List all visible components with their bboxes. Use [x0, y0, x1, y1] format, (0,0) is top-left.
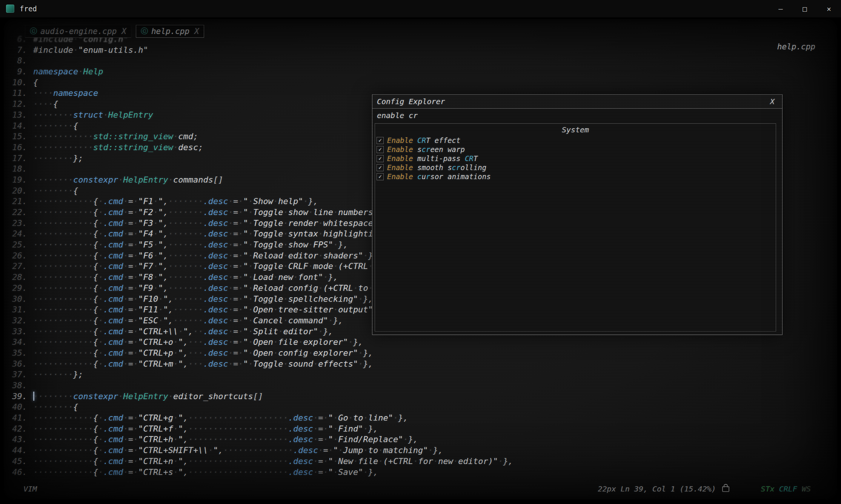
config-explorer-close-button[interactable]: X	[767, 97, 778, 106]
code-line[interactable]: 44.············{·.cmd·=·"CTRL+SHIFT+\\·"…	[6, 445, 513, 456]
checkbox-checked-icon[interactable]: ✓	[377, 155, 384, 162]
editor-tab-help-cpp[interactable]: ⓒhelp.cppX	[136, 25, 204, 38]
config-search-input[interactable]: enable cr	[372, 109, 782, 122]
config-option-row[interactable]: ✓Enable multi-pass CRT	[375, 154, 776, 163]
code-line[interactable]: 42.············{·.cmd·=·"CTRL+f·",······…	[6, 424, 513, 435]
code-text: ············{·.cmd·=·"F3·",·······.desc·…	[33, 218, 393, 229]
maximize-button[interactable]: □	[793, 0, 817, 17]
line-number: 13.	[6, 110, 33, 121]
code-text: ············{·.cmd·=·"CTRL+o·",···.desc·…	[33, 337, 363, 348]
code-text: ············{·.cmd·=·"CTRL+\\·",··.desc·…	[33, 326, 333, 337]
code-text: ············{·.cmd·=·"CTRL+SHIFT+\\·",··…	[33, 445, 443, 456]
code-line[interactable]: 7.#include·"enum-utils.h"	[6, 45, 513, 56]
line-number: 15.	[6, 131, 33, 142]
code-line[interactable]: 10.{	[6, 77, 513, 88]
code-text: ············{·.cmd·=·"CTRL+m·",···.desc·…	[33, 359, 373, 370]
code-text: ············{·.cmd·=·"F1·",·······.desc·…	[33, 196, 318, 207]
filename-indicator: help.cpp	[777, 42, 815, 51]
window-titlebar[interactable]: fred — □ ✕	[0, 0, 841, 18]
editor-tab-audio-engine-cpp[interactable]: ⓒaudio-engine.cppX	[25, 25, 131, 38]
line-number: 25.	[6, 240, 33, 250]
config-option-label: Enable CRT effect	[387, 136, 460, 144]
line-number: 11.	[6, 88, 33, 99]
line-number: 35.	[6, 348, 33, 359]
line-number: 22.	[6, 207, 33, 218]
code-text: ············{·.cmd·=·"F11·",······.desc·…	[33, 304, 388, 315]
code-text: ········};	[33, 369, 83, 380]
line-number: 24.	[6, 229, 33, 240]
code-text: ············{·.cmd·=·"F10·",······.desc·…	[33, 294, 373, 305]
line-number: 42.	[6, 424, 33, 435]
config-option-row[interactable]: ✓Enable CRT effect	[375, 136, 776, 145]
code-line[interactable]: 43.············{·.cmd·=·"CTRL+h·",······…	[6, 434, 513, 445]
minimize-button[interactable]: —	[769, 0, 793, 17]
config-option-row[interactable]: ✓Enable screen warp	[375, 145, 776, 154]
code-text: ············{·.cmd·=·"CTRL+f·",·········…	[33, 424, 378, 435]
tab-bar: ⓒaudio-engine.cppXⓒhelp.cppX	[25, 25, 204, 38]
checkbox-checked-icon[interactable]: ✓	[377, 137, 384, 144]
code-line[interactable]: 46.············{·.cmd·=·"CTRL+s·",······…	[6, 467, 513, 478]
code-line[interactable]: 38.	[6, 380, 513, 391]
code-text: ········};	[33, 153, 83, 164]
tab-close-icon[interactable]: X	[121, 27, 126, 36]
code-text: ········{	[33, 186, 78, 197]
code-line[interactable]: 40.········{	[6, 402, 513, 413]
code-line[interactable]: 34.············{·.cmd·=·"CTRL+o·",···.de…	[6, 337, 513, 348]
config-explorer-panel: Config Explorer X enable cr System ✓Enab…	[372, 94, 783, 335]
code-text: ············{·.cmd·=·"CTRL+n·",·········…	[33, 456, 513, 467]
line-number: 30.	[6, 294, 33, 305]
code-line[interactable]: 39.········constexpr·HelpEntry·editor_sh…	[6, 391, 513, 402]
crt-bezel: 6.#include·"config.h"7.#include·"enum-ut…	[0, 17, 841, 504]
status-bar: VIM 22px Ln 39, Col 1 (15.42%) STxCRLFWS	[4, 484, 837, 493]
code-line[interactable]: 36.············{·.cmd·=·"CTRL+m·",···.de…	[6, 359, 513, 370]
line-number: 45.	[6, 456, 33, 467]
code-text: ············std::string_view·cmd;	[33, 131, 198, 142]
line-number: 9.	[6, 66, 33, 77]
line-number: 28.	[6, 272, 33, 283]
line-number: 14.	[6, 121, 33, 132]
checkbox-checked-icon[interactable]: ✓	[377, 173, 384, 180]
line-number: 33.	[6, 326, 33, 337]
config-option-row[interactable]: ✓Enable smooth scrolling	[375, 163, 776, 172]
line-number: 44.	[6, 445, 33, 456]
checkbox-checked-icon[interactable]: ✓	[377, 146, 384, 153]
config-explorer-titlebar[interactable]: Config Explorer X	[372, 95, 782, 109]
line-number: 19.	[6, 175, 33, 186]
code-line[interactable]: 41.············{·.cmd·=·"CTRL+g·",······…	[6, 413, 513, 424]
line-number: 36.	[6, 359, 33, 370]
config-option-label: Enable multi-pass CRT	[387, 154, 478, 163]
checkbox-checked-icon[interactable]: ✓	[377, 164, 384, 171]
code-text: ············{·.cmd·=·"ESC·",······.desc·…	[33, 315, 343, 326]
code-text: ············{·.cmd·=·"CTRL+g·",·········…	[33, 413, 408, 424]
config-option-label: Enable smooth scrolling	[387, 163, 486, 172]
vim-mode-indicator: VIM	[23, 484, 37, 493]
code-line[interactable]: 35.············{·.cmd·=·"CTRL+p·",···.de…	[6, 348, 513, 359]
line-number: 8.	[6, 55, 33, 66]
code-line[interactable]: 37.········};	[6, 369, 513, 380]
code-text: ············{·.cmd·=·"F6·",·······.desc·…	[33, 250, 378, 261]
config-option-row[interactable]: ✓Enable cursor animations	[375, 172, 776, 181]
code-line[interactable]: 9.namespace·Help	[6, 66, 513, 77]
code-text: #include·"enum-utils.h"	[33, 45, 148, 56]
code-text: ············{·.cmd·=·"F9·",·······.desc·…	[33, 283, 418, 294]
status-flags: STxCRLFWS	[761, 484, 811, 493]
config-options-list: System ✓Enable CRT effect✓Enable screen …	[375, 123, 776, 332]
code-line[interactable]: 45.············{·.cmd·=·"CTRL+n·",······…	[6, 456, 513, 467]
line-number: 7.	[6, 45, 33, 56]
close-button[interactable]: ✕	[817, 0, 841, 17]
tab-close-icon[interactable]: X	[194, 27, 199, 36]
status-flag-crlf: CRLF	[779, 484, 797, 493]
code-text: ········{	[33, 402, 78, 413]
line-number: 38.	[6, 380, 33, 391]
line-number: 40.	[6, 402, 33, 413]
config-section-header: System	[375, 124, 776, 136]
code-text: ····namespace	[33, 88, 98, 99]
status-flag-ws: WS	[802, 484, 811, 493]
code-text: ············{·.cmd·=·"CTRL+s·",·········…	[33, 467, 378, 478]
code-line[interactable]: 8.	[6, 55, 513, 66]
code-text: ············{·.cmd·=·"F5·",·······.desc·…	[33, 240, 348, 250]
cpp-file-icon: ⓒ	[141, 26, 148, 36]
code-text: ········constexpr·HelpEntry·commands[]	[33, 175, 223, 186]
config-explorer-title: Config Explorer	[377, 97, 445, 106]
status-flag-stx: STx	[761, 484, 775, 493]
